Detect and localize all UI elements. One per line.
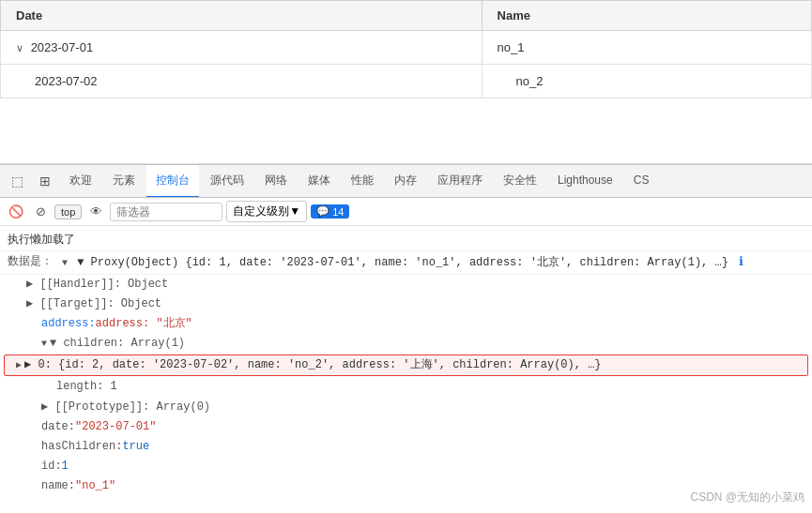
tab-cs[interactable]: CS: [624, 164, 659, 198]
tree-children: ▼ ▼ children: Array(1): [0, 334, 812, 354]
tree-handler: ▶ [[Handler]]: Object: [0, 275, 812, 294]
table-row-child: 2023-07-02 no_2: [1, 65, 812, 98]
info-icon[interactable]: ℹ: [739, 255, 743, 269]
devtools-tabs: ⬚ ⊞ 欢迎 元素 控制台 源代码 网络 媒体 性能 内存 应用程序 安全性 L…: [0, 164, 812, 198]
children-expand[interactable]: ▼: [41, 337, 47, 352]
tree-haschildren: hasChildren: true: [0, 437, 812, 457]
console-line-1: 执行懒加载了: [0, 230, 812, 251]
name-cell-child: no_2: [482, 65, 811, 98]
tree-id: id: 1: [0, 457, 812, 476]
date-cell-child: 2023-07-02: [1, 65, 483, 98]
tab-application[interactable]: 应用程序: [428, 164, 492, 198]
message-count-badge: 💬 14: [311, 204, 349, 219]
tab-security[interactable]: 安全性: [494, 164, 546, 198]
proxy-expand[interactable]: ▼: [62, 258, 68, 268]
tab-console[interactable]: 控制台: [146, 164, 199, 198]
console-toolbar: 🚫 ⊘ top 👁 自定义级别▼ 💬 14: [0, 198, 812, 226]
expand-icon[interactable]: ∨: [16, 42, 23, 53]
item0-expand[interactable]: ▶: [16, 358, 22, 373]
tab-elements[interactable]: 元素: [103, 164, 145, 198]
tree-address: address: address: "北京": [0, 314, 812, 334]
tree-prototype: ▶ [[Prototype]]: Array(0): [0, 398, 812, 417]
tab-media[interactable]: 媒体: [299, 164, 340, 198]
tree-item-0: ▶ ▶ 0: {id: 2, date: '2023-07-02', name:…: [4, 355, 808, 376]
tab-memory[interactable]: 内存: [385, 164, 426, 198]
col-date: Date: [1, 1, 483, 31]
tree-target: ▶ [[Target]]: Object: [0, 294, 812, 314]
tree-date: date: "2023-07-01": [0, 417, 812, 437]
context-selector[interactable]: top: [54, 204, 82, 219]
tab-sources[interactable]: 源代码: [201, 164, 253, 198]
console-line-2: 数据是： ▼ ▼ Proxy(Object) {id: 1, date: '20…: [0, 251, 812, 275]
tab-welcome[interactable]: 欢迎: [60, 164, 101, 198]
console-output[interactable]: 执行懒加载了 数据是： ▼ ▼ Proxy(Object) {id: 1, da…: [0, 226, 812, 501]
clear-console-button[interactable]: 🚫: [6, 202, 26, 222]
filter-input[interactable]: [110, 203, 222, 221]
tab-network[interactable]: 网络: [255, 164, 297, 198]
tab-performance[interactable]: 性能: [342, 164, 383, 198]
data-table: Date Name ∨ 2023-07-01 no_1 2023-07-02 n…: [0, 0, 812, 98]
filter-button[interactable]: ⊘: [30, 202, 51, 222]
level-dropdown[interactable]: 自定义级别▼: [226, 201, 307, 222]
devtools-panel: ⬚ ⊞ 欢迎 元素 控制台 源代码 网络 媒体 性能 内存 应用程序 安全性 L…: [0, 164, 812, 501]
tree-length: length: 1: [0, 377, 812, 397]
devtools-icon-1[interactable]: ⬚: [4, 168, 30, 194]
col-name: Name: [482, 1, 811, 31]
eye-button[interactable]: 👁: [85, 202, 106, 222]
table-area: Date Name ∨ 2023-07-01 no_1 2023-07-02 n…: [0, 0, 812, 164]
table-row: ∨ 2023-07-01 no_1: [1, 31, 812, 65]
tab-lighthouse[interactable]: Lighthouse: [548, 164, 622, 198]
devtools-icon-2[interactable]: ⊞: [32, 168, 58, 194]
name-cell: no_1: [482, 31, 811, 65]
date-cell: ∨ 2023-07-01: [1, 31, 483, 65]
csdn-watermark: CSDN @无知的小菜鸡: [690, 490, 804, 505]
